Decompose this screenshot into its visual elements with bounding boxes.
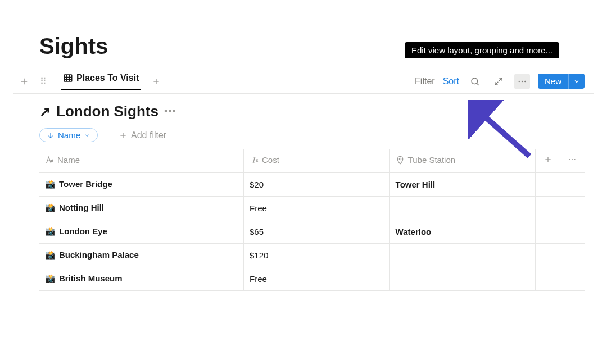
column-more-button[interactable] [560, 149, 585, 172]
location-icon [396, 156, 405, 165]
svg-point-24 [569, 159, 570, 160]
cell-tube[interactable]: Waterloo [389, 220, 536, 243]
svg-point-26 [574, 159, 576, 160]
plus-icon [119, 131, 128, 140]
cell-tube[interactable] [389, 243, 536, 267]
svg-line-11 [499, 78, 502, 81]
tab-places-to-visit[interactable]: Places To Visit [61, 73, 141, 90]
row-icon: 📸 [45, 226, 56, 236]
search-icon[interactable] [467, 74, 483, 89]
cell-empty[interactable] [536, 220, 585, 243]
cell-tube[interactable] [389, 196, 536, 220]
formula-icon [250, 156, 259, 165]
svg-line-12 [495, 81, 498, 84]
sort-chip-label: Name [58, 130, 80, 140]
svg-point-14 [522, 80, 523, 81]
linked-db-title[interactable]: London Sights [56, 103, 158, 120]
table-row[interactable]: 📸London Eye $65 Waterloo [39, 220, 585, 243]
add-filter-label: Add filter [131, 130, 166, 140]
cell-name: Tower Bridge [59, 179, 112, 189]
chevron-down-icon [573, 78, 580, 85]
svg-line-10 [477, 83, 478, 85]
row-icon: 📸 [45, 250, 56, 260]
view-toolbar: Edit view layout, grouping and more... ⠿… [13, 69, 594, 94]
column-label: Tube Station [408, 155, 456, 165]
table-row[interactable]: 📸Notting Hill Free [39, 196, 585, 220]
cell-tube[interactable]: Tower Hill [389, 172, 536, 196]
column-header-name[interactable]: Name [39, 149, 243, 172]
svg-point-21 [399, 158, 401, 160]
cell-name: Notting Hill [59, 203, 104, 212]
linked-db-more-icon[interactable]: ••• [164, 106, 176, 117]
add-view-icon[interactable] [17, 74, 31, 89]
svg-point-15 [524, 80, 526, 81]
row-icon: 📸 [45, 179, 56, 189]
separator [108, 129, 108, 142]
column-label: Name [57, 155, 80, 165]
table-row[interactable]: 📸Buckingham Palace $120 [39, 243, 585, 267]
row-icon: 📸 [45, 274, 56, 283]
tooltip: Edit view layout, grouping and more... [405, 42, 559, 58]
cell-name: British Museum [59, 274, 123, 283]
table-row[interactable]: 📸British Museum Free [39, 267, 585, 290]
filter-button[interactable]: Filter [415, 76, 435, 87]
cell-name: London Eye [59, 226, 107, 236]
svg-point-25 [572, 159, 573, 160]
open-as-page-icon[interactable]: ↗ [39, 104, 51, 120]
svg-point-9 [472, 78, 478, 84]
tab-label: Places To Visit [76, 73, 139, 83]
column-header-tube[interactable]: Tube Station [389, 149, 536, 172]
add-column-button[interactable] [536, 149, 560, 172]
database-table: Name Cost Tube Station [39, 149, 585, 291]
cell-empty[interactable] [536, 243, 585, 267]
column-header-cost[interactable]: Cost [243, 149, 389, 172]
cell-empty[interactable] [536, 172, 585, 196]
sort-arrow-down-icon [47, 131, 55, 139]
table-icon [63, 73, 73, 83]
add-tab-icon[interactable] [149, 74, 164, 89]
more-options-icon[interactable] [514, 74, 530, 89]
expand-icon[interactable] [491, 74, 506, 89]
row-icon: 📸 [45, 203, 56, 212]
svg-rect-2 [64, 75, 72, 81]
cell-name: Buckingham Palace [59, 250, 139, 260]
sort-chip-name[interactable]: Name [39, 128, 98, 142]
svg-point-13 [519, 80, 520, 81]
table-row[interactable]: 📸Tower Bridge $20 Tower Hill [39, 172, 585, 196]
cell-empty[interactable] [536, 267, 585, 290]
cell-empty[interactable] [536, 196, 585, 220]
cell-tube[interactable] [389, 267, 536, 290]
drag-handle-icon[interactable]: ⠿ [36, 74, 51, 89]
new-button-dropdown[interactable] [568, 74, 585, 89]
cell-cost[interactable]: $20 [243, 172, 389, 196]
cell-cost[interactable]: $120 [243, 243, 389, 267]
new-button[interactable]: New [538, 74, 585, 89]
chevron-down-icon [84, 132, 90, 139]
text-icon [45, 156, 54, 165]
add-filter-button[interactable]: Add filter [119, 130, 166, 140]
new-button-label: New [538, 74, 568, 89]
cell-cost[interactable]: Free [243, 267, 389, 290]
column-label: Cost [262, 155, 279, 165]
sort-button[interactable]: Sort [443, 76, 459, 87]
cell-cost[interactable]: $65 [243, 220, 389, 243]
cell-cost[interactable]: Free [243, 196, 389, 220]
